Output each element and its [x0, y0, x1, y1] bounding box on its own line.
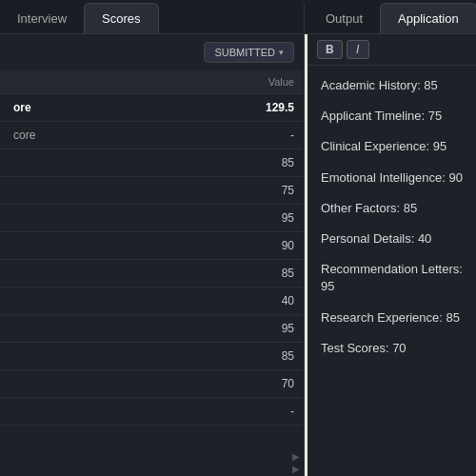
table-row: 95	[0, 315, 304, 343]
row-label	[0, 343, 148, 370]
scroll-right-icon[interactable]: ▶	[292, 451, 300, 462]
score-item-personal_details: Personal Details: 40	[321, 230, 463, 248]
tab-interview[interactable]: Interview	[0, 3, 84, 33]
row-value: 75	[148, 177, 304, 205]
submitted-button[interactable]: SUBMITTED ▾	[204, 42, 294, 63]
score-item-recommendation_letters: Recommendation Letters: 95	[321, 261, 463, 295]
score-item-test_scores: Test Scores: 70	[321, 340, 463, 357]
table-row: 85	[0, 260, 304, 288]
row-label	[0, 232, 148, 260]
table-row: 90	[0, 232, 304, 260]
chevron-down-icon: ▾	[279, 48, 284, 57]
italic-button[interactable]: I	[347, 40, 369, 59]
table-row: core-	[0, 122, 304, 149]
row-value: 90	[148, 232, 304, 260]
submitted-label: SUBMITTED	[214, 47, 275, 58]
top-tabs-bar: Interview Scores Output Application Int.…	[0, 0, 476, 34]
col-label-header	[0, 70, 148, 94]
right-format-toolbar: B I	[307, 34, 476, 66]
row-label: ore	[0, 94, 148, 122]
row-value: 95	[148, 315, 304, 343]
panel-divider	[305, 34, 307, 476]
right-panel: B I Academic History: 85Applicant Timeli…	[307, 34, 476, 476]
row-value: -	[148, 398, 304, 426]
row-value: 85	[148, 343, 304, 370]
table-row: 85	[0, 343, 304, 370]
left-scrollbars: ▶ ▶	[0, 449, 304, 476]
left-panel: SUBMITTED ▾ Value ore129.5core-857595908…	[0, 34, 305, 476]
table-row: 75	[0, 177, 304, 205]
table-row: -	[0, 398, 304, 426]
row-value: -	[148, 122, 304, 149]
row-label	[0, 315, 148, 343]
row-value: 40	[148, 288, 304, 315]
bold-button[interactable]: B	[317, 40, 343, 59]
right-content: Academic History: 85Applicant Timeline: …	[307, 66, 476, 476]
score-item-other_factors: Other Factors: 85	[321, 200, 463, 217]
row-value: 70	[148, 370, 304, 398]
row-label	[0, 205, 148, 232]
table-row: 85	[0, 149, 304, 177]
score-item-research_experience: Research Experience: 85	[321, 309, 463, 327]
row-value: 85	[148, 149, 304, 177]
scroll-down-icon[interactable]: ▶	[292, 464, 300, 474]
main-content: SUBMITTED ▾ Value ore129.5core-857595908…	[0, 34, 476, 476]
row-value: 85	[148, 260, 304, 288]
row-label	[0, 260, 148, 288]
table-row: 70	[0, 370, 304, 398]
row-label	[0, 370, 148, 398]
row-label	[0, 177, 148, 205]
col-value-header: Value	[148, 70, 304, 94]
score-item-clinical_experience: Clinical Experience: 95	[321, 138, 463, 155]
row-label	[0, 398, 148, 426]
row-label: core	[0, 122, 148, 149]
tab-output[interactable]: Output	[308, 3, 380, 33]
tab-application[interactable]: Application	[380, 3, 476, 33]
tab-scores[interactable]: Scores	[84, 3, 158, 33]
score-item-applicant_timeline: Applicant Timeline: 75	[321, 108, 463, 125]
row-label	[0, 288, 148, 315]
row-value: 95	[148, 205, 304, 232]
score-item-emotional_intelligence: Emotional Intelligence: 90	[321, 169, 463, 187]
left-toolbar: SUBMITTED ▾	[0, 34, 304, 70]
row-label	[0, 149, 148, 177]
row-value: 129.5	[148, 94, 304, 122]
scores-table[interactable]: Value ore129.5core-857595908540958570-	[0, 70, 304, 449]
score-item-academic_history: Academic History: 85	[321, 77, 463, 94]
table-row: 95	[0, 205, 304, 232]
table-row: 40	[0, 288, 304, 315]
table-row: ore129.5	[0, 94, 304, 122]
